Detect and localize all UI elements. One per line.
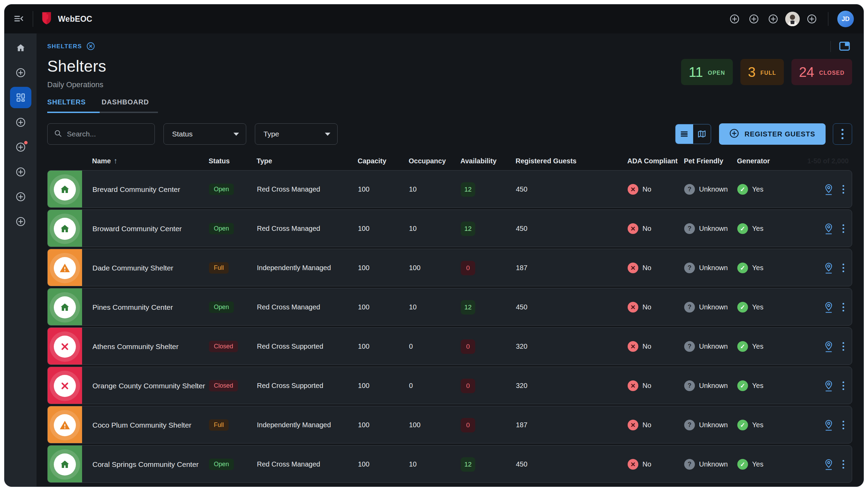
column-header-generator[interactable]: Generator [737,157,819,165]
column-header-name[interactable]: Name↑ [82,156,209,165]
map-location-button[interactable] [824,262,834,274]
shelter-row[interactable]: Broward Community CenterOpenRed Cross Ma… [47,209,852,247]
map-location-button[interactable] [824,341,834,352]
availability-cell: 0 [461,418,516,432]
sidebar-item-2[interactable] [4,60,37,85]
status-badge: Closed [209,341,238,352]
flag-label: Yes [752,342,764,350]
type-filter-select[interactable]: Type [255,123,338,145]
row-menu-button[interactable] [840,183,846,196]
shelter-row[interactable]: Coco Plum Community ShelterFullIndepende… [47,406,852,443]
column-header-capacity[interactable]: Capacity [358,157,409,165]
pet-friendly-cell: ?Unknown [684,223,737,234]
breadcrumb[interactable]: SHELTERS [47,42,95,52]
topbar-action-2-button[interactable] [747,12,761,26]
sidebar-collapse-button[interactable] [11,11,27,27]
check-circle-icon: ✓ [737,223,748,234]
flag-label: Yes [752,225,764,233]
map-view-button[interactable] [693,124,711,144]
search-input[interactable] [67,130,160,138]
status-icon-block [48,288,82,326]
column-header-status[interactable]: Status [209,157,257,165]
map-location-button[interactable] [824,459,834,470]
status-cell: Open [209,301,257,313]
location-pin-icon [824,419,834,431]
map-location-button[interactable] [824,380,834,392]
column-header-type[interactable]: Type [257,157,358,165]
sidebar-item-5[interactable] [4,135,37,160]
sidebar-item-7[interactable] [4,184,37,209]
row-menu-button[interactable] [840,301,846,314]
row-menu-button[interactable] [840,458,846,471]
type-cell: Independently Managed [257,421,358,429]
map-location-button[interactable] [824,184,834,195]
availability-cell: 0 [461,339,516,354]
topbar-action-3-button[interactable] [766,12,780,26]
register-guests-button[interactable]: REGISTER GUESTS [719,123,826,145]
shelter-row[interactable]: Brevard Community CenterOpenRed Cross Ma… [47,170,852,208]
row-menu-button[interactable] [840,262,846,274]
plus-circle-icon [16,68,26,78]
check-circle-icon: ✓ [737,302,748,313]
shelter-name: Coral Springs Community Center [82,460,209,469]
map-location-button[interactable] [824,301,834,313]
shelter-name: Coco Plum Community Shelter [82,421,209,429]
flag-label: No [642,185,651,193]
chevron-down-icon [325,133,330,136]
status-badge: Open [209,459,234,470]
sidebar-item-3-active[interactable] [4,85,37,110]
row-actions [819,222,852,235]
shelter-row[interactable]: Dade Community ShelterFullIndependently … [47,249,852,286]
status-badge: Open [209,301,234,313]
row-menu-button[interactable] [840,419,846,431]
topbar-action-1-button[interactable] [727,12,742,26]
flag-label: Unknown [699,421,728,429]
map-location-button[interactable] [824,223,834,235]
user-menu-avatar[interactable]: JD [837,11,854,27]
row-menu-button[interactable] [840,379,846,392]
page-title: Shelters [47,57,106,75]
search-box[interactable] [47,123,155,145]
generator-cell: ✓Yes [737,380,819,391]
column-header-registered-guests[interactable]: Registered Guests [516,157,627,165]
flag-label: Unknown [699,460,728,468]
ada-compliant-cell: ✕No [628,184,684,195]
list-view-button[interactable] [676,124,693,144]
location-pin-icon [824,184,834,195]
type-cell: Independently Managed [257,264,358,272]
generator-cell: ✓Yes [737,184,819,195]
row-menu-button[interactable] [840,340,846,353]
shelter-row[interactable]: Orange County Community ShelterClosedRed… [47,367,852,404]
sidebar-item-1[interactable] [4,35,37,60]
breadcrumb-close-icon[interactable] [86,42,95,52]
shelter-row[interactable]: Athens Community ShelterClosedRed Cross … [47,327,852,365]
ada-compliant-cell: ✕No [628,459,684,470]
toolbar-kebab-button[interactable] [833,123,852,145]
tab-shelters[interactable]: SHELTERS [47,98,100,113]
row-menu-button[interactable] [840,222,846,235]
topbar-action-5-button[interactable] [805,12,819,26]
check-circle-icon: ✓ [737,420,748,430]
view-toggle [675,124,711,144]
column-header-occupancy[interactable]: Occupancy [409,157,460,165]
column-header-ada-compliant[interactable]: ADA Compliant [627,157,684,165]
shelter-row[interactable]: Pines Community CenterOpenRed Cross Mana… [47,288,852,326]
occupancy-cell: 10 [409,460,461,468]
user-photo-avatar[interactable] [785,12,800,26]
map-location-button[interactable] [824,419,834,431]
flag-label: No [642,342,651,350]
side-panel-button[interactable] [837,39,852,54]
summary-badge-full: 3FULL [740,59,784,85]
column-header-pet-friendly[interactable]: Pet Friendly [684,157,737,165]
sidebar-item-8[interactable] [4,209,37,234]
column-header-availability[interactable]: Availability [460,157,516,165]
sidebar-item-4[interactable] [4,110,37,135]
tab-dashboard[interactable]: DASHBOARD [100,98,158,113]
column-label: Name [92,157,111,165]
registered-guests-cell: 320 [516,382,628,390]
sidebar-item-6[interactable] [4,160,37,184]
status-filter-select[interactable]: Status [163,123,246,145]
filter-label: Type [263,130,279,138]
shelter-row[interactable]: Coral Springs Community CenterOpenRed Cr… [47,445,852,483]
panel-controls [830,39,852,54]
